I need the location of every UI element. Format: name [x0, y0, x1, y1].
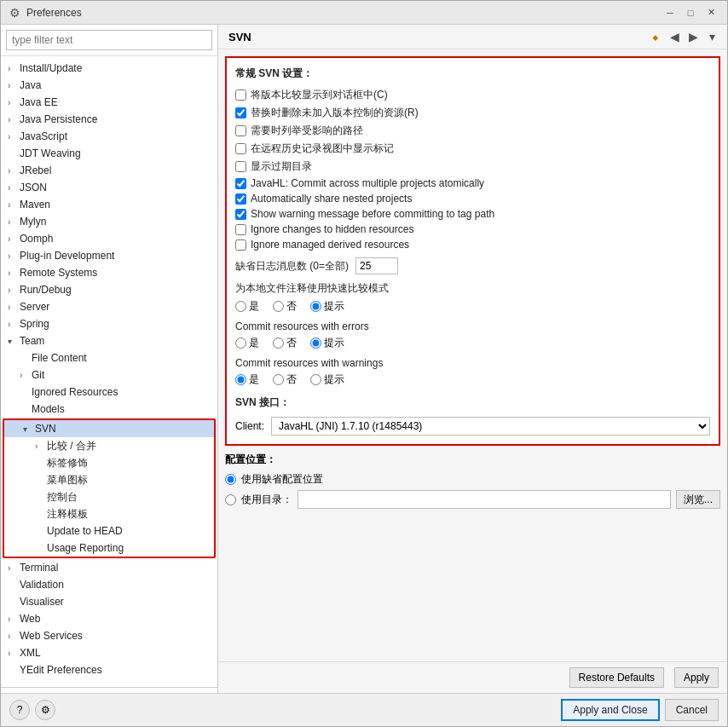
local-file-no[interactable]: 否 [273, 299, 297, 314]
commit-errors-prompt-input[interactable] [310, 338, 321, 349]
commit-errors-prompt[interactable]: 提示 [310, 336, 344, 350]
search-input[interactable] [6, 30, 212, 50]
checkbox-ignore-managed: Ignore managed derived resources [235, 239, 710, 251]
tree-item-usage-reporting[interactable]: Usage Reporting [4, 539, 214, 557]
checkbox-ignore-managed-input[interactable] [235, 239, 246, 251]
tree-item-models[interactable]: Models [1, 401, 217, 418]
local-file-yes[interactable]: 是 [235, 299, 259, 314]
tree-item-visualiser[interactable]: Visualiser [1, 593, 217, 610]
commit-errors-no[interactable]: 否 [273, 336, 297, 350]
tree-item-remote-systems[interactable]: › Remote Systems [1, 264, 217, 281]
tree-item-annotation-template[interactable]: 注释模板 [4, 505, 214, 522]
label-compare-merge: 比较 / 合并 [47, 439, 96, 453]
tree-item-jdt-weaving[interactable]: JDT Weaving [1, 145, 217, 162]
tree-item-file-content[interactable]: File Content [1, 349, 217, 366]
help-button[interactable]: ? [9, 700, 30, 720]
tree-item-java-persistence[interactable]: › Java Persistence [1, 111, 217, 128]
commit-warnings-no[interactable]: 否 [273, 372, 297, 387]
label-menu-icons: 菜单图标 [47, 473, 88, 488]
restore-defaults-button[interactable]: Restore Defaults [569, 667, 664, 688]
commit-warnings-prompt-input[interactable] [310, 374, 321, 385]
checkbox-show-warning-input[interactable] [235, 209, 246, 220]
commit-warnings-prompt[interactable]: 提示 [310, 372, 344, 387]
local-file-yes-input[interactable] [235, 301, 246, 312]
tree-item-json[interactable]: › JSON [1, 179, 217, 196]
checkbox-show-compare-input[interactable] [235, 89, 246, 101]
local-file-no-input[interactable] [273, 301, 284, 312]
preferences-button[interactable]: ⚙ [35, 700, 55, 720]
tree-item-terminal[interactable]: › Terminal [1, 559, 217, 576]
back-arrow-button[interactable]: ◀ [666, 28, 683, 45]
config-dir-input[interactable] [225, 494, 236, 505]
commit-errors-no-input[interactable] [273, 338, 284, 349]
forward-arrow-button[interactable]: ▶ [685, 28, 702, 45]
tree-item-update-to-head[interactable]: Update to HEAD [4, 522, 214, 539]
apply-button[interactable]: Apply [674, 667, 719, 688]
general-settings-title: 常规 SVN 设置： [235, 66, 710, 81]
tree-item-spring[interactable]: › Spring [1, 315, 217, 332]
tree-item-plug-in-development[interactable]: › Plug-in Development [1, 247, 217, 264]
tree-item-menu-icons[interactable]: 菜单图标 [4, 471, 214, 488]
tree-item-install-update[interactable]: › Install/Update [1, 60, 217, 77]
tree-item-team[interactable]: ▾ Team [1, 332, 217, 349]
tree-item-label-decorations[interactable]: 标签修饰 [4, 454, 214, 471]
tree-item-java[interactable]: › Java [1, 77, 217, 94]
preferences-window: ⚙ Preferences ─ □ ✕ › Install/Update › J [0, 0, 728, 727]
tree-item-svn[interactable]: ▾ SVN [4, 420, 214, 437]
dropdown-button[interactable]: ▾ [703, 28, 720, 45]
tree-item-web[interactable]: › Web [1, 610, 217, 627]
svn-settings-area: 常规 SVN 设置： 将版本比较显示到对话框中(C) 替换时删除未加入版本控制的… [218, 49, 727, 522]
tree-item-maven[interactable]: › Maven [1, 196, 217, 213]
commit-errors-yes-label: 是 [249, 336, 259, 350]
arrow-xml: › [8, 649, 20, 658]
tree-item-xml[interactable]: › XML [1, 644, 217, 661]
commit-warnings-no-input[interactable] [273, 374, 284, 385]
commit-errors-group: Commit resources with errors 是 否 [235, 320, 710, 350]
checkbox-show-in-history-input[interactable] [235, 143, 246, 154]
cancel-button[interactable]: Cancel [665, 699, 719, 721]
tree-item-jrebel[interactable]: › JRebel [1, 162, 217, 179]
checkbox-auto-share-input[interactable] [235, 193, 246, 205]
arrow-mylyn: › [8, 217, 20, 227]
local-file-prompt-input[interactable] [310, 301, 321, 312]
browse-button[interactable]: 浏览... [676, 490, 720, 509]
maximize-button[interactable]: □ [681, 5, 700, 20]
checkbox-replace-delete-input[interactable] [235, 107, 246, 118]
checkbox-show-affected-input[interactable] [235, 125, 246, 136]
right-bottom-buttons: Restore Defaults Apply [218, 661, 727, 693]
checkbox-ignore-hidden-input[interactable] [235, 224, 246, 235]
tree-item-java-ee[interactable]: › Java EE [1, 94, 217, 111]
tree-item-validation[interactable]: Validation [1, 576, 217, 593]
commit-warnings-yes-input[interactable] [235, 374, 246, 385]
checkbox-javaHL-commit-input[interactable] [235, 178, 246, 189]
tree-item-oomph[interactable]: › Oomph [1, 230, 217, 247]
tree-item-mylyn[interactable]: › Mylyn [1, 213, 217, 230]
tree-item-web-services[interactable]: › Web Services [1, 627, 217, 644]
tree-item-yedit[interactable]: YEdit Preferences [1, 661, 217, 678]
minimize-button[interactable]: ─ [661, 5, 679, 20]
apply-and-close-button[interactable]: Apply and Close [561, 699, 659, 721]
tree-item-console[interactable]: 控制台 [4, 488, 214, 505]
checkbox-show-obsolete-input[interactable] [235, 161, 246, 172]
dir-input[interactable] [298, 490, 671, 509]
close-button[interactable]: ✕ [702, 5, 720, 20]
label-install-update: Install/Update [20, 62, 82, 74]
client-select[interactable]: JavaHL (JNI) 1.7.10 (r1485443) [271, 417, 710, 436]
commit-warnings-yes[interactable]: 是 [235, 372, 259, 387]
log-messages-input[interactable] [355, 257, 398, 274]
commit-warnings-group: Commit resources with warnings 是 否 [235, 357, 710, 387]
tree-item-javascript[interactable]: › JavaScript [1, 128, 217, 145]
tree-item-git[interactable]: › Git [1, 366, 217, 384]
tree-item-server[interactable]: › Server [1, 298, 217, 315]
tree-item-run-debug[interactable]: › Run/Debug [1, 281, 217, 298]
tree-item-compare-merge[interactable]: › 比较 / 合并 [4, 437, 214, 454]
local-file-prompt[interactable]: 提示 [310, 299, 344, 314]
commit-errors-yes-input[interactable] [235, 338, 246, 349]
label-label-decorations: 标签修饰 [47, 456, 88, 470]
tree-item-ignored-resources[interactable]: Ignored Resources [1, 384, 217, 401]
commit-errors-yes[interactable]: 是 [235, 336, 259, 350]
config-default-input[interactable] [225, 474, 236, 485]
back-button[interactable]: ⬥ [647, 28, 664, 45]
svn-interface-section: SVN 接口： Client: JavaHL (JNI) 1.7.10 (r14… [235, 395, 710, 436]
checkbox-show-affected: 需要时列举受影响的路径 [235, 124, 710, 138]
